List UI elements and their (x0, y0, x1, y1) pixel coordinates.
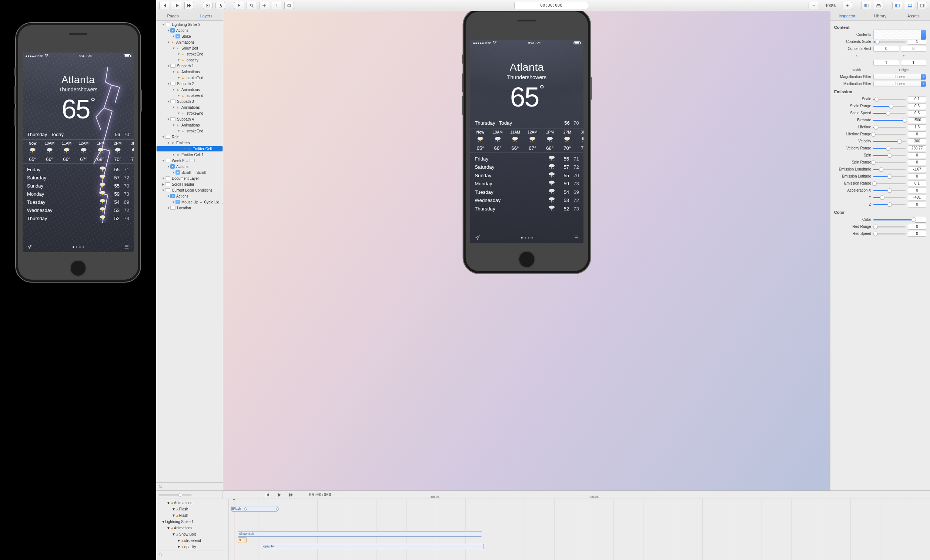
disclosure-triangle[interactable]: ▼ (166, 141, 170, 145)
property-value[interactable]: -1.67 (908, 166, 926, 172)
rect-x[interactable]: 0 (873, 46, 899, 52)
property-value[interactable]: 0 (908, 187, 926, 193)
layer-row[interactable]: ▼Subpath 2 (156, 81, 223, 87)
disclosure-triangle[interactable]: ▼ (177, 129, 181, 133)
mag-filter-select[interactable]: Linear (873, 74, 926, 80)
property-value[interactable]: 0 (908, 202, 926, 207)
property-slider[interactable] (873, 118, 905, 123)
layer-row[interactable]: ▼strokeEnd (156, 92, 223, 98)
zoom-tool[interactable] (246, 2, 256, 9)
property-slider[interactable] (873, 110, 905, 116)
rect-y[interactable]: 0 (901, 46, 927, 52)
location-icon[interactable] (27, 244, 32, 250)
property-slider[interactable] (873, 132, 905, 137)
fast-forward-button[interactable] (184, 2, 194, 9)
layer-row[interactable]: ▼opacity (156, 57, 223, 63)
property-value[interactable]: 0 (908, 131, 926, 137)
disclosure-triangle[interactable]: ▼ (172, 507, 176, 511)
layer-row[interactable]: ▼Animations (156, 122, 223, 128)
record-button[interactable] (203, 2, 212, 9)
layer-row[interactable]: ▼Show Bolt (156, 45, 223, 51)
pan-tool[interactable] (259, 2, 269, 9)
panel-left-toggle[interactable] (892, 2, 902, 9)
red-range-value[interactable]: 0 (908, 224, 926, 230)
layer-row[interactable]: ▼strokeEnd (156, 537, 228, 544)
list-icon[interactable] (573, 235, 579, 241)
timeline-clip[interactable]: Flash (231, 506, 278, 512)
property-slider[interactable] (873, 167, 905, 172)
timeline-zoom-slider[interactable] (159, 494, 192, 496)
disclosure-triangle[interactable]: ▼ (162, 520, 165, 524)
view-mode-b[interactable] (874, 2, 883, 9)
layer-row[interactable]: ▼Animations (156, 525, 228, 531)
layer-row[interactable]: ▼strokeEnd (156, 75, 223, 81)
layer-row[interactable]: ▼Subpath 1 (156, 63, 223, 69)
layer-row[interactable]: ▼Actions (156, 28, 223, 33)
property-slider[interactable] (873, 202, 905, 207)
hourly-forecast[interactable]: Now65°10AM66°11AM66°12AM67°1PM68°2PM70°3… (470, 128, 584, 153)
layer-row[interactable]: ▼strokeEnd (156, 110, 223, 116)
disclosure-triangle[interactable]: ▼ (172, 532, 176, 536)
tl-prev-button[interactable] (262, 491, 272, 499)
property-slider[interactable] (873, 181, 905, 186)
weekly-forecast[interactable]: Friday5571Saturday5772Sunday5570Monday59… (23, 164, 134, 224)
disclosure-triangle[interactable]: ▼ (166, 195, 170, 198)
red-range-slider[interactable] (873, 224, 905, 229)
property-value[interactable]: -401 (908, 195, 926, 201)
tab-assets[interactable]: Assets (897, 11, 930, 20)
layer-tree[interactable]: ▼Lightning Strike 2▼Actions▼Strike▼Anima… (156, 21, 223, 482)
contents-scale-slider[interactable] (873, 39, 905, 44)
timeline-track-names[interactable]: ▼Animations▼Flash▼Flash▼Lightning Strike… (156, 499, 228, 560)
disclosure-triangle[interactable]: ▼ (172, 171, 176, 174)
disclosure-triangle[interactable]: ▼ (177, 94, 181, 97)
panel-bottom-toggle[interactable] (905, 2, 915, 9)
property-value[interactable]: 0.1 (908, 96, 926, 102)
disclosure-triangle[interactable]: ▼ (172, 47, 176, 50)
layer-row[interactable]: ▼Lightning Strike 1 (156, 519, 228, 525)
disclosure-triangle[interactable]: ▼ (177, 539, 181, 543)
timeline-lanes[interactable]: FlashShow Bolts…opacity (228, 499, 930, 560)
panel-right-toggle[interactable] (918, 2, 927, 9)
disclosure-triangle[interactable]: ▼ (172, 153, 176, 156)
layer-row[interactable]: ▼Subpath 4 (156, 116, 223, 122)
disclosure-triangle[interactable]: ▼ (166, 501, 170, 505)
layer-row[interactable]: ▼Show Bolt (156, 531, 228, 537)
layer-row[interactable]: ▼strokeEnd (156, 128, 223, 134)
disclosure-triangle[interactable]: ▼ (177, 545, 181, 549)
layer-row[interactable]: ▼Emitter Cell (156, 146, 223, 152)
timeline-clip[interactable]: Show Bolt (238, 531, 482, 537)
disclosure-triangle[interactable]: ▼ (162, 23, 165, 26)
rect-h[interactable]: 1 (901, 60, 927, 66)
zoom-out-button[interactable]: − (808, 2, 818, 9)
view-mode-a[interactable] (861, 2, 871, 9)
property-value[interactable]: 0 (908, 152, 926, 158)
property-value[interactable]: 0.6 (908, 103, 926, 109)
property-slider[interactable] (873, 160, 905, 165)
disclosure-triangle[interactable]: ▼ (177, 112, 181, 115)
layer-row[interactable]: ▼Mouse Up → Cycle Lig… (156, 199, 223, 205)
disclosure-triangle[interactable]: ▼ (166, 118, 170, 121)
layer-row[interactable]: ▼Strike (156, 33, 223, 39)
property-slider[interactable] (873, 188, 905, 193)
share-button[interactable] (216, 2, 225, 9)
select-tool[interactable] (234, 2, 243, 9)
disclosure-triangle[interactable]: ▼ (166, 526, 170, 530)
disclosure-triangle[interactable]: ▼ (177, 52, 181, 56)
red-speed-value[interactable]: 0 (908, 231, 926, 237)
disclosure-triangle[interactable]: ▼ (166, 64, 170, 68)
visibility-toggle[interactable] (189, 159, 195, 162)
disclosure-triangle[interactable]: ▼ (162, 159, 165, 163)
property-slider[interactable] (873, 195, 905, 200)
layer-row[interactable]: ▼Lightning Strike 2 (156, 21, 223, 28)
property-value[interactable]: 0 (908, 160, 926, 165)
rect-w[interactable]: 1 (873, 60, 899, 66)
layer-row[interactable]: ▼Animations (156, 500, 228, 506)
property-value[interactable]: 0 (908, 173, 926, 180)
property-value[interactable]: 0.5 (908, 110, 926, 116)
layer-row[interactable]: ▼Location (156, 205, 223, 211)
disclosure-triangle[interactable]: ▼ (172, 106, 176, 109)
min-filter-select[interactable]: Linear (873, 81, 926, 87)
canvas[interactable]: Kite9:41 AMAtlantaThundershowers65°Thurs… (223, 11, 830, 491)
crop-tool[interactable] (284, 2, 294, 9)
layer-row[interactable]: ▼Flash (156, 506, 228, 512)
